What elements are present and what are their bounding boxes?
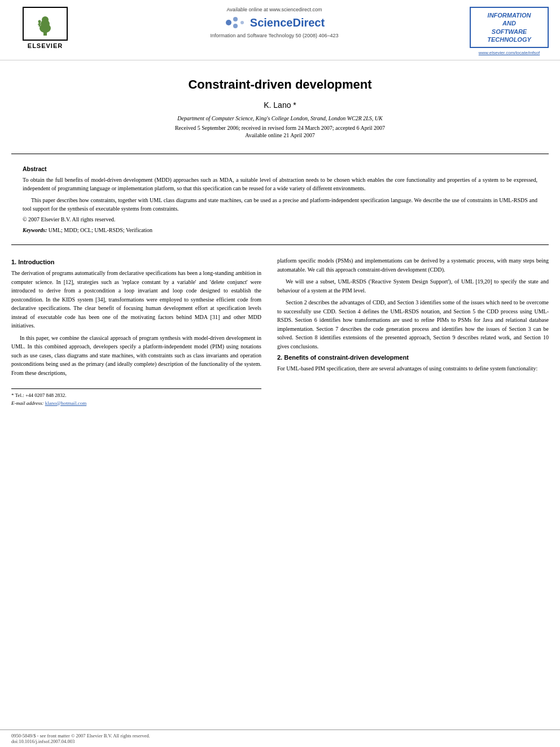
keywords-label: Keywords:	[23, 227, 47, 233]
sciencedirect-text: ScienceDirect	[250, 16, 325, 29]
bottom-issn: 0950-5849/$ - see front matter © 2007 El…	[11, 733, 549, 739]
abstract-label: Abstract	[23, 165, 537, 172]
elsevier-box	[23, 7, 68, 41]
svg-point-4	[38, 20, 41, 23]
section1-para1: The derivation of programs automatically…	[11, 269, 261, 330]
paper-authors: K. Lano *	[34, 101, 526, 110]
section1-right-para2: We will use a subset, UML-RSDS ('Reactiv…	[277, 277, 549, 295]
section2-heading: 2. Benefits of constraint-driven develop…	[277, 354, 549, 361]
elsevier-label: ELSEVIER	[28, 42, 63, 49]
journal-title-box: INFORMATION AND SOFTWARE TECHNOLOGY	[470, 7, 549, 48]
section1-para2: In this paper, we combine the classical …	[11, 334, 261, 378]
received-dates: Received 5 September 2006; received in r…	[34, 125, 526, 131]
elsevier-tree-icon	[31, 11, 59, 37]
abstract-section: Abstract To obtain the full benefits of …	[0, 160, 560, 239]
elsevier-logo-area: ELSEVIER	[11, 7, 79, 49]
abstract-divider	[11, 244, 549, 245]
journal-title: INFORMATION AND SOFTWARE TECHNOLOGY	[475, 11, 543, 43]
column-left: 1. Introduction The derivation of progra…	[11, 256, 269, 407]
svg-point-8	[233, 17, 238, 21]
section1-right-para3: Section 2 describes the advantages of CD…	[277, 298, 549, 351]
title-divider	[11, 154, 549, 154]
svg-point-7	[226, 20, 231, 25]
title-section: Constraint-driven development K. Lano * …	[0, 60, 560, 148]
column-right: platform specific models (PSMs) and impl…	[269, 256, 549, 407]
bottom-bar: 0950-5849/$ - see front matter © 2007 El…	[0, 729, 560, 747]
paper-title: Constraint-driven development	[34, 77, 526, 92]
section2-para1: For UML-based PIM specification, there a…	[277, 364, 549, 373]
section1-right-body: platform specific models (PSMs) and impl…	[277, 256, 549, 351]
footnote-area: * Tel.: +44 0207 848 2832. E-mail addres…	[11, 388, 261, 407]
sciencedirect-icon	[224, 15, 247, 30]
keywords-line: Keywords: UML; MDD; OCL; UML-RSDS; Verif…	[23, 227, 537, 233]
footnote-tel: * Tel.: +44 0207 848 2832.	[11, 392, 261, 400]
section1-right-para1: platform specific models (PSMs) and impl…	[277, 256, 549, 274]
svg-point-9	[233, 24, 238, 28]
author-affiliation: Department of Computer Science, King's C…	[34, 115, 526, 121]
footnote-email: klano@hotmail.com	[45, 400, 87, 406]
bottom-doi: doi:10.1016/j.infsof.2007.04.003	[11, 739, 549, 744]
available-online-date: Available online 21 April 2007	[34, 132, 526, 138]
abstract-text: To obtain the full benefits of model-dri…	[23, 176, 537, 213]
sciencedirect-logo: ScienceDirect	[90, 15, 458, 30]
main-content: 1. Introduction The derivation of progra…	[0, 251, 560, 413]
abstract-para1: To obtain the full benefits of model-dri…	[23, 176, 537, 193]
journal-url: www.elsevier.com/locate/infsof	[470, 50, 549, 55]
footnote-email-label: E-mail address:	[11, 400, 43, 406]
header: ELSEVIER Available online at www.science…	[0, 0, 560, 60]
page: ELSEVIER Available online at www.science…	[0, 0, 560, 747]
svg-point-10	[240, 21, 244, 24]
section2-body: For UML-based PIM specification, there a…	[277, 364, 549, 373]
journal-box-area: INFORMATION AND SOFTWARE TECHNOLOGY www.…	[470, 7, 549, 55]
abstract-para2: This paper describes how constraints, to…	[23, 196, 537, 213]
elsevier-logo: ELSEVIER	[11, 7, 79, 49]
section1-heading: 1. Introduction	[11, 259, 261, 265]
footnote-email-line: E-mail address: klano@hotmail.com	[11, 400, 261, 408]
keywords-text: UML; MDD; OCL; UML-RSDS; Verification	[49, 227, 152, 233]
section1-body: The derivation of programs automatically…	[11, 269, 261, 377]
available-online-text: Available online at www.sciencedirect.co…	[90, 7, 458, 12]
journal-info: Information and Software Technology 50 (…	[90, 33, 458, 38]
copyright-text: © 2007 Elsevier B.V. All rights reserved…	[23, 216, 537, 222]
svg-point-3	[42, 16, 49, 23]
header-center: Available online at www.sciencedirect.co…	[79, 7, 470, 38]
